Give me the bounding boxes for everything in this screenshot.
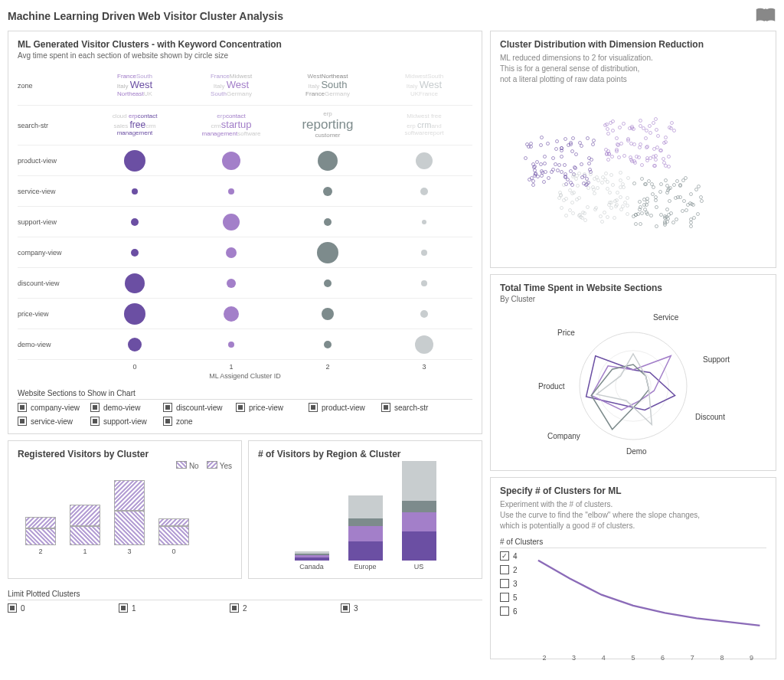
row-label: zone	[18, 82, 87, 90]
wordcloud-search-1: erpcontactcrmstartupmanagementsoftware	[202, 113, 261, 138]
x-tick: 0	[87, 363, 183, 371]
region-panel: # of Visitors by Region & Cluster Canada…	[248, 440, 482, 579]
x-tick: 7	[691, 654, 694, 662]
cluster-opt-3[interactable]: 3	[500, 579, 518, 588]
reg-bar[interactable]	[114, 480, 145, 545]
filter-demo-view[interactable]: demo-view	[90, 403, 163, 412]
bubble[interactable]	[323, 187, 332, 196]
x-tick: 8	[720, 654, 724, 662]
bubble[interactable]	[318, 151, 338, 171]
bubble[interactable]	[131, 218, 139, 226]
radar-title: Total Time Spent in Website Sections	[500, 283, 766, 293]
filter-service-view[interactable]: service-view	[18, 417, 90, 426]
radar-chart: ServiceSupportDiscountDemoCompanyProduct…	[500, 309, 766, 463]
bubble[interactable]	[322, 308, 334, 320]
radar-label: Company	[547, 432, 580, 440]
bubble[interactable]	[222, 152, 240, 170]
elbow-title: Specify # of Clusters for ML	[500, 485, 766, 496]
bubble[interactable]	[128, 338, 142, 351]
region-title: # of Visitors by Region & Cluster	[258, 449, 472, 459]
wordcloud-zone-2: WestNortheastItaly SouthFranceGermany	[305, 74, 350, 98]
elbow-line	[527, 551, 766, 651]
limit-3[interactable]: 3	[341, 603, 452, 613]
bubble[interactable]	[324, 341, 332, 348]
cluster-opt-4[interactable]: ✓4	[500, 551, 518, 561]
bubble[interactable]	[421, 280, 427, 286]
bubble[interactable]	[416, 152, 433, 169]
bubble[interactable]	[132, 188, 138, 195]
filter-title: Website Sections to Show in Chart	[18, 389, 472, 400]
cluster-label: # of Clusters	[500, 538, 766, 548]
cluster-opt-2[interactable]: 2	[500, 565, 518, 574]
x-axis-label: ML Assigend Cluster ID	[18, 372, 472, 380]
scatter-note: ML reduced dimensions to 2 for visualiza…	[500, 53, 766, 85]
row-label: discount-view	[18, 280, 87, 287]
reg-bar[interactable]	[158, 518, 189, 545]
bubble[interactable]	[131, 249, 139, 257]
bubble[interactable]	[125, 273, 145, 293]
region-bar[interactable]	[348, 495, 383, 561]
reg-bar[interactable]	[70, 505, 100, 545]
x-tick: 9	[750, 654, 753, 662]
bubble[interactable]	[124, 303, 145, 325]
help-book-icon[interactable]	[755, 6, 776, 26]
bubble[interactable]	[124, 150, 145, 172]
bubble[interactable]	[324, 280, 332, 287]
bubble[interactable]	[415, 335, 433, 354]
radar-label: Price	[557, 329, 575, 337]
swatch-no-icon	[176, 461, 187, 469]
bar-label: 1	[70, 548, 100, 555]
bubble[interactable]	[227, 279, 236, 288]
bubble[interactable]	[228, 342, 234, 348]
filter-discount-view[interactable]: discount-view	[163, 403, 236, 412]
filter-search-str[interactable]: search-str	[381, 403, 454, 412]
bubble[interactable]	[317, 242, 338, 263]
elbow-note: Experiment with the # of clusters.Use th…	[500, 499, 766, 531]
filter-support-view[interactable]: support-view	[90, 417, 163, 426]
wordcloud-search-0: cloud erpcontactsales freecrmmanagement	[113, 113, 158, 137]
limit-0[interactable]: 0	[8, 603, 119, 613]
filter-zone[interactable]: zone	[163, 417, 236, 426]
wordcloud-zone-3: MidwestSouthItaly WestUKFrance	[405, 74, 443, 98]
bubble[interactable]	[226, 247, 237, 258]
bubble[interactable]	[224, 306, 239, 322]
region-bar[interactable]	[402, 461, 436, 561]
reg-bar[interactable]	[25, 517, 56, 545]
radar-label: Demo	[626, 447, 647, 456]
row-label: support-view	[18, 218, 87, 226]
elbow-panel: Specify # of Clusters for ML Experiment …	[490, 477, 776, 659]
region-bar[interactable]	[295, 551, 329, 561]
cluster-opt-5[interactable]: 5	[500, 593, 518, 602]
row-label: search-str	[18, 122, 87, 129]
bubble[interactable]	[420, 310, 428, 318]
swatch-yes-icon	[207, 461, 217, 469]
row-label: demo-view	[18, 341, 87, 348]
limit-1[interactable]: 1	[119, 603, 230, 613]
x-tick: 6	[661, 654, 665, 662]
row-label: service-view	[18, 188, 87, 195]
bubble[interactable]	[223, 214, 240, 230]
bubble[interactable]	[420, 188, 428, 195]
x-tick: 4	[602, 654, 606, 662]
bubble[interactable]	[324, 218, 332, 226]
filter-company-view[interactable]: company-view	[18, 403, 90, 412]
bubble[interactable]	[228, 188, 234, 195]
bar-label: Canada	[295, 563, 329, 570]
x-tick: 2	[279, 363, 376, 371]
bar-label: 0	[158, 548, 189, 555]
scatter-title: Cluster Distribution with Dimension Redu…	[500, 39, 766, 50]
row-label: product-view	[18, 157, 87, 165]
bubble[interactable]	[422, 220, 426, 224]
filter-price-view[interactable]: price-view	[236, 403, 309, 412]
cluster-opt-6[interactable]: 6	[500, 606, 518, 616]
filter-product-view[interactable]: product-view	[309, 403, 381, 412]
radar-label: Product	[538, 382, 564, 391]
x-tick: 1	[183, 363, 279, 371]
x-tick: 2	[542, 654, 546, 662]
bubble-title: ML Generated Visitor Clusters - with Key…	[18, 39, 472, 50]
wordcloud-zone-0: FranceSouthItaly WestNortheastUK	[117, 74, 152, 98]
bar-label: Europe	[348, 563, 383, 570]
limit-2[interactable]: 2	[230, 603, 341, 613]
bubble[interactable]	[421, 250, 427, 256]
bar-label: 2	[25, 548, 56, 555]
